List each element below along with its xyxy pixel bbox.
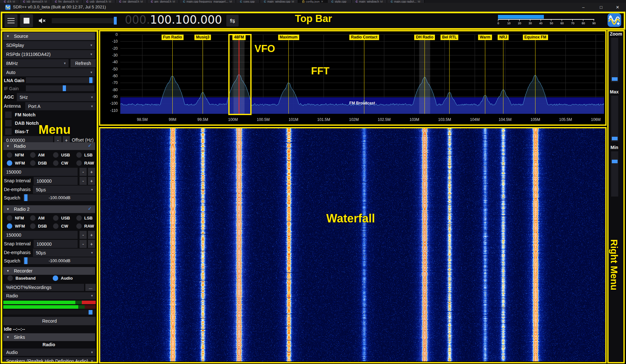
source-bandwidth-select[interactable]: 8MHz▼ [3, 59, 69, 67]
minimize-button[interactable]: – [576, 4, 590, 11]
radio1-bandwidth-input[interactable]: 150000 [3, 168, 78, 176]
lna-gain-slider[interactable] [26, 77, 94, 83]
zoom-slider[interactable] [611, 38, 618, 82]
station-label[interactable]: NRJ [498, 35, 509, 40]
mode-am[interactable]: AM [27, 151, 50, 159]
station-label[interactable]: Maximum [278, 35, 299, 40]
radio2-bandwidth-input[interactable]: 150000 [3, 231, 78, 239]
sink-type-select[interactable]: Audio▼ [3, 348, 96, 356]
radio1-snap-minus-button[interactable]: - [80, 177, 87, 185]
close-button[interactable]: ✕ [610, 4, 625, 11]
radio1-squelch-slider[interactable]: -100.000dB [23, 194, 96, 201]
station-label[interactable]: Bel RTL [440, 35, 458, 40]
recorder-path-input[interactable]: %ROOT%/Recordings [3, 284, 84, 291]
min-slider[interactable] [611, 151, 618, 197]
radio2-deemphasis-select[interactable]: 50µs▼ [33, 249, 96, 257]
mode-wfm-selected[interactable]: WFM [3, 222, 27, 230]
station-label[interactable]: Radio Contact [350, 35, 379, 40]
waterfall-display[interactable] [100, 128, 605, 361]
volume-slider-handle[interactable] [114, 17, 117, 25]
radio2-snap-minus-button[interactable]: - [80, 240, 87, 248]
radio1-snap-input[interactable]: 100000 [34, 177, 78, 185]
editor-tab[interactable]: Cstyle.cpp [328, 0, 352, 3]
mode-dsb[interactable]: DSB [27, 222, 50, 230]
if-gain-slider[interactable] [26, 85, 94, 91]
station-label[interactable]: Musiq3 [194, 35, 211, 40]
maximize-button[interactable]: □ [594, 4, 608, 11]
agc-select[interactable]: 5Hz▼ [17, 93, 96, 101]
max-slider[interactable] [611, 96, 618, 142]
editor-tab[interactable]: Cfm_demod.hM [51, 0, 82, 3]
mode-cw[interactable]: CW [49, 159, 73, 167]
module-enabled-check-icon[interactable]: ✓ [88, 206, 92, 211]
min-slider-handle[interactable] [612, 160, 618, 163]
mode-nfm[interactable]: NFM [3, 214, 27, 222]
if-gain-handle[interactable] [63, 85, 66, 91]
editor-tab[interactable]: Ccw_demod.hM [115, 0, 147, 3]
source-device-select[interactable]: RSPdx (191106DA42)▼ [3, 50, 95, 58]
recorder-stream-select[interactable]: Radio▼ [3, 292, 96, 299]
antenna-select[interactable]: Port A▼ [25, 102, 96, 110]
radio-section-header[interactable]: ▼ Radio ✓ [3, 142, 95, 150]
station-label[interactable]: Warm [478, 35, 492, 40]
refresh-button[interactable]: Refresh [70, 59, 96, 67]
station-label[interactable]: 48FM [232, 35, 246, 40]
recorder-volume-slider[interactable] [3, 310, 96, 315]
editor-tab[interactable]: Cd.hM [0, 0, 19, 3]
radio2-bw-plus-button[interactable]: + [88, 231, 95, 239]
editor-tab[interactable]: Cisb_demod.hM [19, 0, 51, 3]
editor-tab[interactable]: Cmain.cpp radio\...M [387, 0, 425, 3]
fm-notch-checkbox[interactable] [5, 112, 12, 118]
vfo-center-toggle-button[interactable]: ⇆ [226, 15, 239, 27]
frequency-display[interactable]: 000.100.100.000 [125, 13, 222, 26]
window-title-bar[interactable]: SDR++ v0.3.0_beta (Built at 00:12:37, Ju… [0, 3, 626, 12]
radio2-squelch-slider[interactable]: -100.000dB [23, 257, 96, 264]
source-section-header[interactable]: ▼ Source [3, 32, 95, 40]
editor-tab[interactable]: Ccore.cpp [236, 0, 260, 3]
editor-tab[interactable]: Cmain_window.hM [352, 0, 387, 3]
source-driver-select[interactable]: SDRplay▼ [3, 41, 95, 49]
sinks-section-header[interactable]: ▼ Sinks [3, 333, 95, 341]
editor-tab-strip[interactable]: Cd.hMCisb_demod.hMCfm_demod.hMCusb_demod… [0, 0, 626, 3]
browse-button[interactable]: ... [85, 284, 96, 291]
mode-raw[interactable]: RAW [73, 159, 96, 167]
stop-button[interactable] [20, 14, 33, 27]
mode-raw[interactable]: RAW [73, 222, 96, 230]
zoom-slider-handle[interactable] [612, 77, 618, 81]
radio2-section-header[interactable]: ▼ Radio 2 ✓ [3, 205, 95, 213]
max-slider-handle[interactable] [612, 137, 618, 140]
mode-lsb[interactable]: LSB [73, 151, 96, 159]
recorder-section-header[interactable]: ▼ Recorder [3, 267, 95, 275]
sink-device-select[interactable]: Speakers (Realtek High Definition Audio)… [3, 357, 96, 363]
radio2-snap-input[interactable]: 100000 [34, 240, 78, 248]
gain-mode-select[interactable]: Auto▼ [3, 68, 95, 76]
mode-lsb[interactable]: LSB [73, 214, 96, 222]
module-enabled-check-icon[interactable]: ✓ [88, 143, 92, 148]
radio1-bw-minus-button[interactable]: - [80, 168, 87, 176]
editor-tab[interactable]: Cam_demod.hM [147, 0, 179, 3]
recorder-volume-handle[interactable] [89, 310, 92, 315]
mute-button[interactable] [36, 14, 49, 27]
recorder-mode-baseband[interactable]: Baseband [4, 275, 53, 281]
radio1-bw-plus-button[interactable]: + [88, 168, 95, 176]
record-button[interactable]: Record [3, 317, 96, 325]
mode-usb[interactable]: USB [49, 151, 73, 159]
menu-toggle-button[interactable] [5, 14, 17, 27]
station-label[interactable]: Fun Radio [161, 35, 184, 40]
mode-wfm-selected[interactable]: WFM [3, 159, 27, 167]
lna-gain-handle[interactable] [89, 77, 92, 83]
station-label[interactable]: Equinox FM [523, 35, 548, 40]
editor-tab[interactable]: Cmain.cpp frequency_manager\...M [179, 0, 236, 3]
volume-slider[interactable] [52, 18, 116, 23]
recorder-mode-audio[interactable]: Audio [49, 275, 96, 281]
editor-tab[interactable]: {}config.json✕ [298, 0, 328, 3]
fft-plot[interactable]: 0-10-20-30-40-50-60-70-80-90-100-11098.5… [99, 30, 607, 126]
mode-nfm[interactable]: NFM [3, 151, 27, 159]
mode-usb[interactable]: USB [49, 214, 73, 222]
editor-tab[interactable]: Cmain_window.cppM [260, 0, 298, 3]
radio2-bw-minus-button[interactable]: - [80, 231, 87, 239]
mode-am[interactable]: AM [27, 214, 50, 222]
station-label[interactable]: DH Radio [414, 35, 435, 40]
editor-tab[interactable]: Cusb_demod.hM [82, 0, 115, 3]
radio2-snap-plus-button[interactable]: + [88, 240, 95, 248]
